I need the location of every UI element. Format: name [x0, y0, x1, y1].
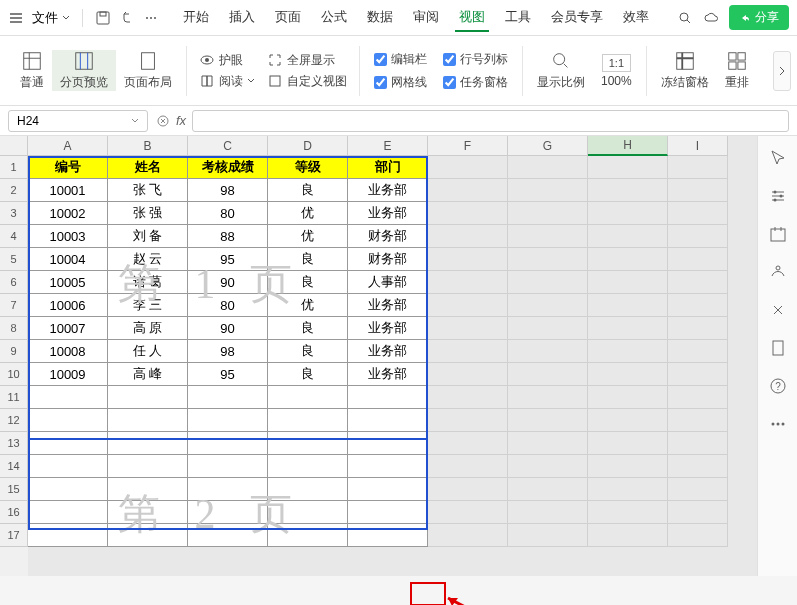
cell[interactable]: 刘 备: [108, 225, 188, 248]
tab-insert[interactable]: 插入: [225, 4, 259, 32]
cell[interactable]: 90: [188, 271, 268, 294]
cell[interactable]: 10002: [28, 202, 108, 225]
cell[interactable]: 任 人: [108, 340, 188, 363]
cell[interactable]: [508, 225, 588, 248]
cell[interactable]: [428, 432, 508, 455]
cell[interactable]: [668, 202, 728, 225]
cell[interactable]: [508, 386, 588, 409]
cell[interactable]: [268, 386, 348, 409]
cell[interactable]: [588, 478, 668, 501]
cell[interactable]: [428, 271, 508, 294]
row-header-17[interactable]: 17: [0, 524, 28, 547]
fullscreen-button[interactable]: 全屏显示: [267, 52, 347, 69]
cell[interactable]: [28, 501, 108, 524]
name-box[interactable]: H24: [8, 110, 148, 132]
row-header-15[interactable]: 15: [0, 478, 28, 501]
cell[interactable]: [188, 386, 268, 409]
col-header-C[interactable]: C: [188, 136, 268, 156]
cell[interactable]: [108, 409, 188, 432]
cell[interactable]: 良: [268, 248, 348, 271]
cell[interactable]: 财务部: [348, 248, 428, 271]
cell[interactable]: [668, 179, 728, 202]
style-icon[interactable]: [768, 262, 788, 282]
cell[interactable]: 良: [268, 317, 348, 340]
cell[interactable]: [668, 294, 728, 317]
cell[interactable]: [28, 432, 108, 455]
cell[interactable]: [188, 524, 268, 547]
rearrange-button[interactable]: 重排: [717, 50, 757, 91]
cell[interactable]: 10009: [28, 363, 108, 386]
cell[interactable]: 优: [268, 202, 348, 225]
cell[interactable]: [588, 248, 668, 271]
cell[interactable]: [588, 501, 668, 524]
cell[interactable]: 业务部: [348, 317, 428, 340]
view-normal-button[interactable]: 普通: [12, 50, 52, 91]
cell[interactable]: [28, 386, 108, 409]
cell[interactable]: 98: [188, 340, 268, 363]
bookmark-icon[interactable]: [768, 338, 788, 358]
cell[interactable]: [508, 409, 588, 432]
cell[interactable]: [668, 271, 728, 294]
select-icon[interactable]: [768, 148, 788, 168]
cell[interactable]: [108, 386, 188, 409]
row-header-2[interactable]: 2: [0, 179, 28, 202]
cell[interactable]: [268, 478, 348, 501]
edit-bar-check[interactable]: 编辑栏: [374, 51, 427, 68]
cell[interactable]: 诸 葛: [108, 271, 188, 294]
cell[interactable]: [508, 501, 588, 524]
undo-icon[interactable]: [119, 10, 135, 26]
col-header-B[interactable]: B: [108, 136, 188, 156]
cell[interactable]: [588, 455, 668, 478]
cell[interactable]: [508, 340, 588, 363]
page-layout-button[interactable]: 页面布局: [116, 50, 180, 91]
cell[interactable]: [428, 202, 508, 225]
cell[interactable]: 10001: [28, 179, 108, 202]
cell[interactable]: [508, 432, 588, 455]
cell[interactable]: [108, 478, 188, 501]
tab-formula[interactable]: 公式: [317, 4, 351, 32]
cell[interactable]: [588, 340, 668, 363]
share-button[interactable]: 分享: [729, 5, 789, 30]
cell[interactable]: [508, 524, 588, 547]
cell[interactable]: 高 峰: [108, 363, 188, 386]
cell[interactable]: [508, 271, 588, 294]
row-header-12[interactable]: 12: [0, 409, 28, 432]
row-header-1[interactable]: 1: [0, 156, 28, 179]
zoom-value-box[interactable]: 1:1 100%: [593, 54, 640, 88]
cell[interactable]: [428, 478, 508, 501]
custom-view-button[interactable]: 自定义视图: [267, 73, 347, 90]
col-header-H[interactable]: H: [588, 136, 668, 156]
zoom-button[interactable]: 显示比例: [529, 50, 593, 91]
save-icon[interactable]: [95, 10, 111, 26]
gridlines-check[interactable]: 网格线: [374, 74, 427, 91]
cell[interactable]: [508, 294, 588, 317]
row-header-6[interactable]: 6: [0, 271, 28, 294]
cell[interactable]: [668, 478, 728, 501]
page-break-preview-button[interactable]: 分页预览: [52, 50, 116, 91]
cell[interactable]: [348, 524, 428, 547]
cell[interactable]: 李 三: [108, 294, 188, 317]
cell[interactable]: [428, 225, 508, 248]
cell[interactable]: [428, 340, 508, 363]
cell[interactable]: [588, 386, 668, 409]
cell[interactable]: [108, 501, 188, 524]
cell[interactable]: [428, 294, 508, 317]
cell[interactable]: 10003: [28, 225, 108, 248]
cell[interactable]: [588, 294, 668, 317]
cell[interactable]: [188, 432, 268, 455]
search-icon[interactable]: [677, 10, 693, 26]
cell[interactable]: [268, 455, 348, 478]
cell[interactable]: [668, 156, 728, 179]
cell[interactable]: [588, 432, 668, 455]
cell[interactable]: 财务部: [348, 225, 428, 248]
formula-input[interactable]: [192, 110, 789, 132]
tab-review[interactable]: 审阅: [409, 4, 443, 32]
cell[interactable]: [508, 317, 588, 340]
cell[interactable]: [588, 317, 668, 340]
cell[interactable]: [668, 225, 728, 248]
cell[interactable]: [588, 524, 668, 547]
cell[interactable]: [668, 501, 728, 524]
cell[interactable]: [428, 501, 508, 524]
cell[interactable]: [668, 524, 728, 547]
col-header-E[interactable]: E: [348, 136, 428, 156]
